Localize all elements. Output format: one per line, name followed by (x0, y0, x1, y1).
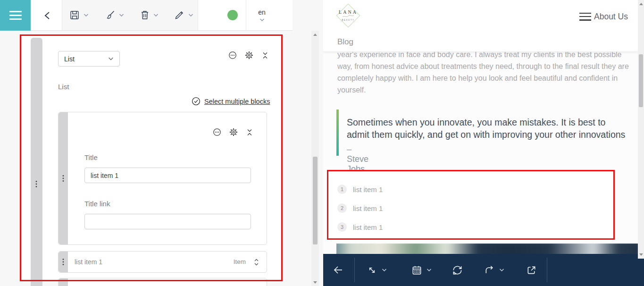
chevron-down-icon (427, 268, 432, 272)
chevron-down-icon (119, 13, 124, 17)
item-drag-handle[interactable] (59, 252, 68, 272)
schedule-button[interactable] (406, 262, 436, 278)
block-collapse-button[interactable] (261, 51, 269, 59)
toolbar-divider (354, 258, 355, 282)
toolbar-divider (246, 0, 246, 30)
main-menu-button[interactable] (0, 0, 31, 31)
quote-accent-bar (336, 109, 339, 156)
trash-icon (140, 10, 150, 20)
list-item-text: list item 1 (353, 223, 383, 231)
ellipsis-circle-icon (228, 51, 237, 59)
block-more-button[interactable] (228, 51, 237, 59)
delete-button[interactable] (136, 6, 162, 25)
gear-icon (229, 128, 238, 136)
quote-line: Sometimes when you innovate, you make mi… (347, 116, 605, 128)
gear-icon (245, 51, 253, 59)
chevron-down-icon (188, 13, 193, 17)
drag-dots-icon (62, 175, 64, 182)
status-button[interactable] (222, 5, 243, 25)
scroll-down-arrow-icon[interactable] (639, 253, 643, 256)
toolbar-group (62, 0, 198, 30)
language-selector[interactable]: en (249, 4, 275, 26)
paragraph-line: completely happy with. I am here to help… (337, 72, 629, 84)
block-label: List (58, 83, 69, 91)
unfold-icon (253, 258, 259, 266)
hamburger-icon (9, 8, 22, 22)
nav-about-us[interactable]: About Us (579, 10, 628, 23)
title-link-field-label: Title link (84, 200, 110, 208)
list-item: 1 list item 1 (337, 185, 383, 194)
select-multiple-blocks-link[interactable]: Select multiple blocks (192, 97, 270, 106)
preview-toolbar (323, 254, 644, 286)
chevron-down-icon (259, 18, 265, 22)
resize-diagonal-icon (367, 265, 377, 276)
check-circle-icon (192, 97, 201, 106)
collapsed-item-type: Item (234, 258, 246, 265)
site-logo[interactable]: LANA BEAUTY (336, 3, 360, 28)
list-item-text: list item 1 (353, 185, 383, 193)
scroll-up-arrow-icon[interactable] (313, 34, 317, 36)
calendar-icon (411, 265, 422, 276)
scrollbar-thumb[interactable] (313, 157, 318, 244)
style-brush-button[interactable] (101, 6, 127, 25)
drag-dots-icon (62, 258, 64, 266)
block-settings-button[interactable] (245, 51, 253, 59)
share-arrow-icon (484, 265, 495, 276)
external-link-icon (526, 265, 537, 276)
title-input[interactable] (84, 168, 251, 183)
list-item-text: list item 1 (353, 204, 383, 212)
toolbar-divider (547, 258, 547, 282)
paragraph-line: yourself. (337, 84, 629, 96)
collapsed-item-text: list item 1 (75, 258, 102, 266)
item-drag-handle[interactable] (59, 112, 68, 244)
collapsed-list-item-row-partial[interactable] (58, 278, 267, 286)
item-drag-handle[interactable] (59, 278, 68, 286)
chevron-down-icon (84, 13, 89, 17)
share-button[interactable] (479, 262, 509, 278)
chevron-left-icon (43, 11, 52, 20)
title-field-label: Title (84, 153, 98, 161)
block-drag-handle[interactable] (31, 38, 42, 286)
list-number-badge: 3 (337, 222, 347, 232)
preview-back-button[interactable] (330, 262, 347, 278)
logo-brand-sub: BEAUTY (336, 19, 360, 21)
scrollbar-thumb[interactable] (639, 54, 643, 107)
item-more-button[interactable] (213, 128, 221, 136)
chevron-down-icon (382, 268, 387, 272)
article-paragraph: year's experience in face and body care.… (337, 49, 629, 96)
status-dot-icon (227, 10, 238, 20)
save-button[interactable] (66, 6, 92, 25)
ellipsis-circle-icon (213, 128, 221, 136)
paragraph-line: way, from honest advice about treatments… (337, 60, 629, 72)
save-icon (69, 10, 80, 20)
logo-brand-name: LANA (336, 9, 360, 15)
item-settings-button[interactable] (229, 128, 238, 136)
refresh-button[interactable] (449, 262, 466, 278)
item-collapse-button[interactable] (246, 128, 253, 136)
arrow-left-icon (333, 264, 344, 276)
list-item: 2 list item 1 (337, 203, 383, 213)
collapse-icon (246, 128, 253, 136)
open-external-button[interactable] (523, 262, 540, 278)
collapsed-list-item-row[interactable]: list item 1 Item (58, 251, 267, 273)
preview-scrollbar[interactable] (638, 0, 644, 259)
pencil-icon (174, 10, 184, 20)
logo-script-flourish-icon (342, 15, 355, 18)
block-type-select[interactable]: List (58, 51, 120, 67)
scroll-down-arrow-icon[interactable] (313, 281, 317, 284)
scroll-up-arrow-icon[interactable] (639, 3, 643, 5)
preview-pane: year's experience in face and body care.… (323, 0, 644, 286)
chevron-down-icon (108, 57, 114, 61)
select-multiple-blocks-label: Select multiple blocks (204, 98, 270, 105)
block-type-value: List (64, 55, 75, 63)
chevron-down-icon (499, 268, 504, 272)
list-item: 3 list item 1 (337, 222, 383, 232)
list-number-badge: 2 (337, 203, 347, 213)
list-number-badge: 1 (337, 185, 347, 194)
editor-scrollbar[interactable] (311, 31, 319, 286)
edit-button[interactable] (171, 6, 197, 25)
resize-preview-button[interactable] (362, 262, 391, 278)
back-button[interactable] (38, 6, 58, 25)
item-expand-control[interactable] (252, 258, 260, 266)
title-link-input[interactable] (84, 214, 251, 229)
